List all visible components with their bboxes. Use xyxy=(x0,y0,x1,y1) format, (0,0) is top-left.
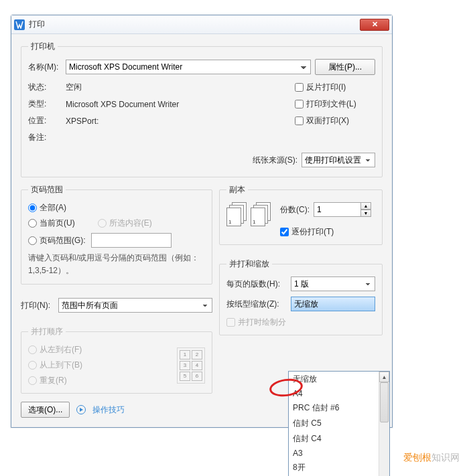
where-label: 位置: xyxy=(28,115,62,127)
zoom-option[interactable]: PRC 信封 #6 xyxy=(289,400,389,416)
play-icon xyxy=(76,405,86,414)
type-label: 类型: xyxy=(28,98,62,110)
range-selection-radio: 所选内容(E) xyxy=(98,218,152,229)
close-icon: ✕ xyxy=(372,20,378,29)
copies-fieldset: 副本 321 321 份数(C): ▲▼ xyxy=(219,184,383,245)
order-lr-radio: 从左到右(F) xyxy=(28,344,82,355)
order-tb-radio: 从上到下(B) xyxy=(28,360,82,371)
range-legend: 页码范围 xyxy=(28,184,66,195)
zoom-option[interactable]: 无缩放 xyxy=(289,372,389,387)
order-legend: 并打顺序 xyxy=(28,326,66,337)
scroll-thumb[interactable] xyxy=(380,382,389,422)
order-repeat-radio: 重复(R) xyxy=(28,375,82,386)
print-what-label: 打印(N): xyxy=(21,300,54,311)
range-hint: 请键入页码和/或用逗号分隔的页码范围（例如：1,3,5-12）。 xyxy=(28,252,205,277)
where-value: XPSPort: xyxy=(66,116,291,126)
order-diagram: 123456 xyxy=(177,347,205,384)
print-order-fieldset: 并打顺序 从左到右(F) 从上到下(B) 重复(R) 123456 xyxy=(21,326,212,394)
print-what-select[interactable]: 范围中所有页面 xyxy=(58,298,212,313)
status-label: 状态: xyxy=(28,82,62,93)
copies-label: 份数(C): xyxy=(280,204,310,216)
zoom-label: 按纸型缩放(Z): xyxy=(226,299,287,310)
paper-source-label: 纸张来源(S): xyxy=(253,155,297,166)
reverse-print-checkbox[interactable]: 反片打印(I) xyxy=(295,82,375,93)
zoom-option[interactable]: A3 xyxy=(289,447,389,460)
zoom-select[interactable]: 无缩放 xyxy=(291,297,375,311)
spin-down-button[interactable]: ▼ xyxy=(360,210,371,217)
watermark: 爱刨根知识网 xyxy=(403,452,460,464)
zoom-dropdown-list[interactable]: 无缩放 A4 PRC 信封 #6 信封 C5 信封 C4 A3 8开 16开 ▲… xyxy=(288,371,390,476)
collate-checkbox[interactable]: 逐份打印(T) xyxy=(280,226,371,238)
comment-label: 备注: xyxy=(28,132,62,143)
per-page-select[interactable]: 1 版 xyxy=(291,276,375,291)
type-value: Microsoft XPS Document Writer xyxy=(66,100,291,109)
status-value: 空闲 xyxy=(66,82,291,93)
options-button[interactable]: 选项(O)... xyxy=(21,402,70,418)
page-range-fieldset: 页码范围 全部(A) 当前页(U) 所选内容(E) 页码范围(G): 请键入页码… xyxy=(21,184,212,285)
printer-fieldset: 打印机 名称(M): Microsoft XPS Document Writer… xyxy=(21,41,383,177)
zoom-option[interactable]: 信封 C4 xyxy=(289,431,389,447)
tips-link[interactable]: 操作技巧 xyxy=(92,404,125,416)
dialog-content: 打印机 名称(M): Microsoft XPS Document Writer… xyxy=(11,34,392,427)
scroll-track[interactable] xyxy=(379,382,389,476)
paper-source-select[interactable]: 使用打印机设置 xyxy=(302,153,375,167)
draw-border-checkbox: 并打时绘制分 xyxy=(226,317,375,328)
zoom-option[interactable]: 信封 C5 xyxy=(289,416,389,431)
print-dialog: 打印 ✕ 打印机 名称(M): Microsoft XPS Document W… xyxy=(11,15,393,428)
spin-up-button[interactable]: ▲ xyxy=(360,202,371,210)
printer-name-select[interactable]: Microsoft XPS Document Writer xyxy=(66,60,311,74)
duplex-checkbox-input[interactable] xyxy=(295,116,304,125)
print-to-file-checkbox[interactable]: 打印到文件(L) xyxy=(295,98,375,110)
reverse-checkbox-input[interactable] xyxy=(295,83,304,92)
range-pages-input[interactable] xyxy=(91,233,172,248)
duplex-checkbox[interactable]: 双面打印(X) xyxy=(295,115,375,127)
scroll-up-button[interactable]: ▲ xyxy=(379,372,389,382)
copies-spinbox[interactable]: ▲▼ xyxy=(314,202,371,217)
dropdown-scrollbar[interactable]: ▲ ▼ xyxy=(379,372,389,476)
range-pages-radio[interactable]: 页码范围(G): xyxy=(28,233,205,248)
zoom-option[interactable]: 8开 xyxy=(289,460,389,475)
app-icon xyxy=(14,19,25,30)
dialog-title: 打印 xyxy=(29,19,45,30)
per-page-label: 每页的版数(H): xyxy=(226,279,287,290)
zoom-option[interactable]: A4 xyxy=(289,387,389,400)
collate-icon: 321 321 xyxy=(226,202,271,226)
merge-legend: 并打和缩放 xyxy=(226,258,272,270)
tofile-checkbox-input[interactable] xyxy=(295,100,304,108)
close-button[interactable]: ✕ xyxy=(360,19,389,31)
merge-zoom-fieldset: 并打和缩放 每页的版数(H): 1 版 按纸型缩放(Z): 无缩放 并打时绘制分 xyxy=(219,258,383,335)
name-label: 名称(M): xyxy=(28,62,62,73)
range-all-radio[interactable]: 全部(A) xyxy=(28,202,205,214)
properties-button[interactable]: 属性(P)... xyxy=(315,59,375,75)
copies-legend: 副本 xyxy=(226,184,248,195)
printer-legend: 打印机 xyxy=(28,41,58,52)
copies-input[interactable] xyxy=(314,202,360,217)
range-current-radio[interactable]: 当前页(U) xyxy=(28,218,75,229)
titlebar: 打印 ✕ xyxy=(11,15,392,34)
